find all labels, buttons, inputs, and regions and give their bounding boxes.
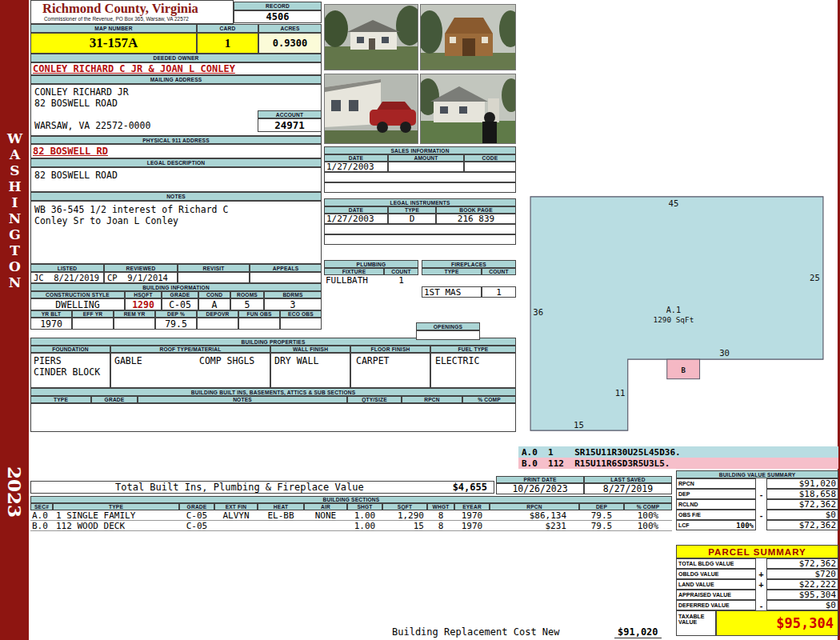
li-empty-row [324,234,516,245]
vector-line-b: B.0 112 R15U11R6SD3R5U3L5. [518,458,838,469]
photo-2-scene [421,5,516,70]
cell-type: 112 WOOD DECK [53,521,179,531]
photo-1-scene [325,5,418,70]
notes-box: WB 36-545 1/2 interest of Richard C Conl… [30,201,322,264]
bi-col-qty: QTY/SIZE [347,396,402,403]
legal-description-header: LEGAL DESCRIPTION [30,158,322,167]
listed-value: JC 8/21/2019 [30,272,104,283]
dep-pct-value: 79.5 [155,318,197,330]
cell-extfin: ALVYN [214,510,258,521]
revisit-header: REVISIT [178,264,250,272]
bi-col-rpcn: RPCN [402,396,462,403]
foundation-value: PIERS CINDER BLOCK [30,353,110,388]
bvs-label-text: OBS F/E [678,512,701,518]
property-photo-4[interactable] [420,74,516,144]
col-depovr: DEPOVR [197,310,238,318]
col-roof: ROOF TYPE/MATERIAL [110,346,270,353]
col-rooms: ROOMS [230,291,264,298]
bs-col-rpcn: RPCN [490,503,579,510]
taxable-value-label: TAXABLE VALUE [676,610,716,636]
depovr-value [197,318,238,330]
bs-col-grade: GRADE [179,503,214,510]
li-date-value: 1/27/2003 [324,214,388,224]
photo-4-scene [421,74,516,144]
map-number-value: 31-157A [30,33,197,54]
sales-code-value [464,162,516,172]
bs-col-sec: SEC# [30,503,53,510]
ps-sign-deferred: - [756,600,766,610]
ps-sign-land: + [756,579,766,590]
ps-value-deferred: $0 [766,600,838,610]
cell-whgt: 8 [427,510,454,521]
bvs-value-rpcn: $91,020 [766,478,838,489]
bvs-value-obs: $0 [766,510,838,520]
bvs-label-text: DEP [678,491,690,497]
property-photo-3[interactable] [324,74,418,144]
plumbing-fixture-value: FULLBATH [324,275,384,286]
cell-sec: B.0 [30,521,53,531]
taxable-value: $95,304 [716,610,838,636]
bvs-label-rpcn: RPCN [676,478,756,489]
bi-col-grade: GRADE [91,396,138,403]
record-value: 4506 [234,10,322,23]
li-col-type: TYPE [388,206,436,214]
bvs-sign-obs: - [756,510,766,520]
fireplaces-header: FIREPLACES [422,260,516,268]
li-col-bookpage: BOOK PAGE [436,206,516,214]
bvs-label-dep: DEP [676,489,756,499]
bs-col-type: TYPE [53,503,179,510]
county-title: Richmond County, Virginia [31,1,233,16]
openings-header: OPENINGS [416,322,480,330]
floor-finish-text: CARPET [356,355,390,366]
roof-value: GABLE COMP SHGLS [110,353,270,388]
account-value: 24971 [258,118,322,132]
bvs-label-rclnd: RCLND [676,499,756,510]
acres-value: 0.9300 [258,33,322,54]
sketch-area-label: A.1 [666,306,681,314]
bs-col-comp: % COMP [624,503,672,510]
bi-col-comp: % COMP [462,396,516,403]
dim-left: 36 [533,307,543,318]
ps-label-appraised: APPRAISED VALUE [676,590,756,600]
bs-col-extfin: EXT FIN [214,503,258,510]
year-label: 2023 [2,466,28,518]
dim-leg-right: 11 [615,388,626,398]
revisit-value [178,272,250,283]
col-eff-yr: EFF YR [72,310,114,318]
dim-right: 25 [810,273,820,283]
vector-line-a: A.0 1 SR15U11R30U25L45D36. [518,446,838,458]
bs-col-heat: HEAT [258,503,304,510]
ps-label-text: DEFERRED VALUE [678,602,730,608]
account-header: ACCOUNT [258,110,322,118]
plumbing-header: PLUMBING [324,260,418,268]
bvs-sign-dep: - [756,489,766,499]
photo-3-scene [325,74,418,144]
ps-label-deferred: DEFERRED VALUE [676,600,756,610]
cell-rpcn: $231 [490,521,579,531]
foundation-line-1: PIERS [34,355,62,366]
bs-col-dep: DEP [579,503,624,510]
appeals-header: APPEALS [250,264,322,272]
ps-label-text: TOTAL BLDG VALUE [678,561,734,566]
fp-col-count: COUNT [482,268,516,275]
col-grade: GRADE [162,291,198,298]
fireplace-type-value: 1ST MAS [422,286,482,298]
table-row: A.0 1 SINGLE FAMILY C-05 ALVYN EL-BB NON… [30,510,672,521]
bvs-value-lcf: $72,362 [766,520,838,530]
col-eco-obs: ECO OBS [280,310,322,318]
cell-extfin [214,521,258,531]
property-record-card: { "sidebar": { "state": "WASHINGTON", "y… [0,0,840,640]
sales-info-header: SALES INFORMATION [324,146,516,154]
sales-col-code: CODE [464,154,516,162]
property-photo-2[interactable] [420,4,516,70]
ps-sign-bldg [756,558,766,569]
ps-label-text: LAND VALUE [678,582,714,587]
col-construction-style: CONSTRUCTION STYLE [30,291,125,298]
ps-sign-obldg: + [756,569,766,579]
pl-col-count: COUNT [384,268,418,275]
deeded-owner-header: DEEDED OWNER [30,54,322,62]
dim-bottom-main: 30 [719,348,730,358]
property-photo-1[interactable] [324,4,418,70]
sales-amount-value [388,162,464,172]
col-wall-finish: WALL FINISH [270,346,350,353]
